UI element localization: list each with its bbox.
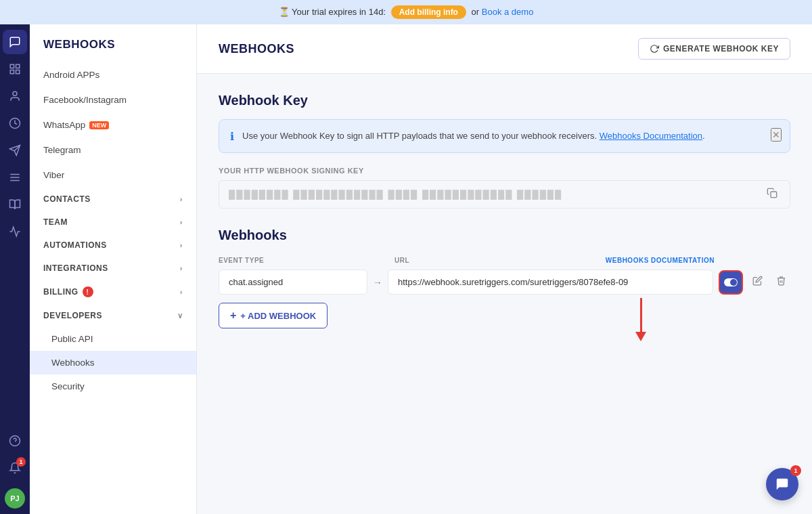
svg-rect-0 — [10, 64, 14, 68]
chat-widget-badge: 1 — [790, 465, 801, 476]
add-webhook-button[interactable]: + + ADD WEBHOOK — [219, 303, 328, 328]
nav-sub-item-webhooks[interactable]: Webhooks — [30, 351, 196, 374]
nav-section-integrations[interactable]: INTEGRATIONS › — [30, 257, 196, 280]
copy-icon — [767, 188, 777, 198]
nav-item-whatsapp[interactable]: WhatsApp NEW — [30, 112, 196, 137]
content-header: WEBHOOKS GENERATE WEBHOOK KEY — [197, 24, 812, 74]
chevron-right-icon: › — [180, 241, 183, 249]
nav-item-telegram[interactable]: Telegram — [30, 137, 196, 163]
trash-icon — [776, 276, 786, 286]
webhook-event-input[interactable] — [219, 270, 367, 295]
banner-text: Your trial expires in 14d: — [292, 7, 386, 17]
nav-section-contacts[interactable]: CONTACTS › — [30, 188, 196, 211]
webhook-key-title: Webhook Key — [219, 93, 790, 108]
sidebar-icon-chat[interactable] — [3, 30, 27, 54]
plus-icon: + — [230, 309, 236, 322]
nav-section-developers[interactable]: DEVELOPERS ∨ — [30, 304, 196, 327]
user-avatar[interactable]: PJ — [5, 488, 25, 509]
webhook-key-field: ████████ ████████████ ████ ████████████ … — [219, 180, 790, 209]
main-content: WEBHOOKS GENERATE WEBHOOK KEY Webhook Ke… — [197, 24, 812, 514]
copy-key-button[interactable] — [764, 188, 780, 201]
red-arrow-indicator — [635, 298, 646, 341]
add-billing-button[interactable]: Add billing info — [391, 5, 466, 19]
page-title: WEBHOOKS — [219, 42, 294, 56]
chevron-right-icon: › — [180, 195, 183, 203]
billing-badge: ! — [83, 286, 93, 297]
sidebar-icon-clock[interactable] — [3, 111, 27, 135]
chevron-right-icon: › — [180, 288, 183, 296]
chat-widget-icon — [775, 477, 790, 492]
nav-item-facebook[interactable]: Facebook/Instagram — [30, 87, 196, 112]
icon-sidebar: 1 PJ — [0, 24, 30, 514]
info-banner: ℹ Use your Webhook Key to sign all HTTP … — [219, 119, 790, 153]
svg-rect-2 — [16, 70, 20, 74]
nav-section-automations[interactable]: AUTOMATIONS › — [30, 234, 196, 257]
webhook-table-header: EVENT TYPE URL WEBHOOKS DOCUMENTATION — [219, 257, 790, 264]
sidebar-icon-notifications[interactable]: 1 — [3, 456, 27, 480]
banner-or: or — [472, 7, 480, 17]
webhook-key-value: ████████ ████████████ ████ ████████████ … — [229, 190, 764, 200]
left-navigation: WEBHOOKS Android APPs Facebook/Instagram… — [30, 24, 197, 514]
generate-webhook-key-button[interactable]: GENERATE WEBHOOK KEY — [638, 38, 790, 60]
close-banner-button[interactable]: ✕ — [771, 128, 782, 142]
hourglass-icon: ⏳ — [279, 7, 290, 17]
webhook-toggle-button[interactable] — [719, 270, 743, 295]
col-url-label: URL — [394, 257, 585, 264]
webhook-delete-button[interactable] — [772, 273, 790, 291]
book-demo-link[interactable]: Book a demo — [482, 7, 534, 17]
sidebar-icon-activity[interactable] — [3, 219, 27, 244]
webhook-row: → — [219, 270, 790, 295]
nav-section-team[interactable]: TEAM › — [30, 211, 196, 234]
svg-rect-3 — [10, 70, 14, 74]
nav-item-viber[interactable]: Viber — [30, 163, 196, 188]
sidebar-icon-reports[interactable] — [3, 165, 27, 190]
webhook-row-container: → — [219, 270, 790, 295]
sidebar-icon-send[interactable] — [3, 138, 27, 163]
nav-sub-item-public-api[interactable]: Public API — [30, 327, 196, 351]
col-doc-label: WEBHOOKS DOCUMENTATION — [593, 257, 715, 264]
notifications-badge: 1 — [16, 457, 26, 467]
trial-banner: ⏳ Your trial expires in 14d: Add billing… — [0, 0, 812, 24]
svg-rect-1 — [16, 64, 20, 68]
sidebar-icon-grid[interactable] — [3, 57, 27, 81]
nav-section-billing[interactable]: BILLING ! › — [30, 280, 196, 304]
info-icon: ℹ — [230, 130, 234, 143]
content-body: Webhook Key ℹ Use your Webhook Key to si… — [197, 74, 812, 347]
col-event-label: EVENT TYPE — [219, 257, 367, 264]
arrow-icon: → — [373, 277, 382, 288]
svg-rect-13 — [771, 192, 777, 198]
sidebar-icon-book[interactable] — [3, 192, 27, 217]
toggle-inner — [724, 278, 738, 286]
chevron-right-icon: › — [180, 218, 183, 226]
chevron-right-icon: › — [180, 264, 183, 272]
info-text: Use your Webhook Key to sign all HTTP pa… — [242, 129, 705, 143]
webhook-url-input[interactable] — [388, 270, 713, 295]
edit-icon — [752, 276, 763, 286]
webhooks-section-title: Webhooks — [219, 228, 790, 243]
chevron-down-icon: ∨ — [177, 312, 183, 320]
chat-widget-button[interactable]: 1 — [766, 468, 798, 500]
nav-item-android[interactable]: Android APPs — [30, 62, 196, 87]
webhook-edit-button[interactable] — [748, 273, 767, 291]
new-badge: NEW — [89, 121, 109, 129]
sidebar-icon-help[interactable] — [3, 429, 27, 453]
sidebar-icon-contacts[interactable] — [3, 84, 27, 108]
svg-point-4 — [13, 91, 17, 95]
nav-title: WEBHOOKS — [30, 24, 196, 62]
nav-sub-item-security[interactable]: Security — [30, 374, 196, 398]
field-label: YOUR HTTP WEBHOOK SIGNING KEY — [219, 167, 790, 175]
webhooks-doc-link[interactable]: Webhooks Documentation — [600, 131, 702, 141]
refresh-icon — [650, 44, 659, 53]
